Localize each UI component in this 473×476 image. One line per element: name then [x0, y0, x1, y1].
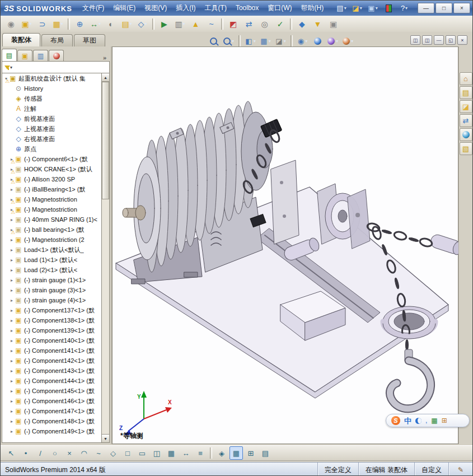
zoom-fit-button[interactable] [207, 35, 221, 47]
menu-item[interactable]: 文件(F) [78, 1, 109, 16]
trim-entities-button[interactable]: × [63, 446, 76, 460]
expander-icon[interactable]: ▸ [9, 379, 15, 384]
ime-bar[interactable]: S 中 ,▦⊞ [386, 414, 470, 427]
expander-icon[interactable]: ▸ [9, 268, 15, 273]
display-style-button[interactable]: ◪▾ [274, 35, 288, 47]
menu-item[interactable]: Toolbox [231, 1, 263, 16]
expander-icon[interactable]: ▸ [9, 399, 15, 404]
tab-propertymanager[interactable]: ▣ [17, 50, 32, 61]
expander-icon[interactable]: ▸ [9, 409, 15, 414]
expander-icon[interactable]: ▸ [9, 338, 15, 343]
save-button[interactable]: ▣▾ [365, 2, 381, 15]
tree-item[interactable]: ▸▣(-) strain gauge (1)<1> [2, 275, 101, 285]
sketch-spline-button[interactable]: ~ [92, 446, 105, 460]
fullwidth-moon-icon[interactable] [415, 418, 422, 424]
sogou-logo-icon[interactable]: S [391, 416, 400, 425]
sketch-table-button[interactable]: ▤ [259, 446, 272, 460]
filter-dropdown-icon[interactable]: ▾ [10, 65, 12, 70]
scroll-down-arrow[interactable]: ▼ [102, 434, 109, 442]
tab-dimxpertmanager[interactable] [49, 50, 64, 61]
tree-item[interactable]: ▸▣(-) Component142<1> (默 [2, 356, 101, 366]
tree-item[interactable]: ▸▣(-) Component141<1> (默 [2, 346, 101, 356]
expander-icon[interactable]: ▸ [9, 248, 15, 253]
expander-icon[interactable]: ▸ [9, 328, 15, 333]
menu-item[interactable]: 视图(V) [140, 1, 171, 16]
panel-tabs-overflow[interactable]: » [100, 54, 110, 61]
model-canvas[interactable]: Y X Z [113, 47, 460, 446]
zoom-area-button[interactable]: ▾ [222, 35, 236, 47]
new-document-button[interactable]: ▤▾ [334, 2, 349, 15]
expander-icon[interactable]: ▸ [9, 187, 15, 192]
tree-item[interactable]: ▸▣(-) Component146<1> (默 [2, 396, 101, 406]
tree-item[interactable]: ▸▣Load (2)<1> (默认< [2, 265, 101, 275]
close-button[interactable]: × [453, 3, 470, 13]
edit-component-button[interactable]: ◉ [3, 17, 18, 31]
expander-icon[interactable]: ▸ [9, 429, 15, 434]
tree-item[interactable]: ⊕原点 [2, 144, 101, 154]
custom-properties-button[interactable]: ▧ [460, 142, 472, 155]
grid-snap-button[interactable]: ⊞ [244, 446, 257, 460]
view-settings-button[interactable]: ▾ [341, 35, 355, 47]
sketch-slot-button[interactable]: ▭ [135, 446, 149, 460]
expander-icon[interactable]: ▸ [9, 308, 15, 313]
tree-item[interactable]: ▸▣(-) 40mm SNAP RING (1)< [2, 214, 101, 225]
tree-scrollbar[interactable]: ▲ ▼ [101, 73, 110, 443]
expander-icon[interactable]: ▸ [9, 288, 15, 293]
expander-icon[interactable]: ▸ [9, 258, 15, 263]
sketch-circle-button[interactable]: ○ [48, 446, 62, 460]
tree-item[interactable]: ▸▣(-) Component148<1> (默 [2, 416, 101, 426]
punctuation-icon[interactable]: , [425, 417, 427, 424]
doc-close-button[interactable]: × [457, 35, 467, 45]
tree-item[interactable]: ◇前视基准面 [2, 114, 101, 124]
offset-entities-button[interactable]: ≡ [194, 446, 207, 460]
solidworks-resources-button[interactable]: ⌂ [460, 72, 472, 85]
open-button[interactable]: ◪▾ [349, 2, 365, 15]
tree-item[interactable]: ▸▣⚠HOOK CRANE<1> (默认 [2, 164, 101, 174]
minimize-button[interactable]: — [418, 3, 434, 13]
menu-item[interactable]: 编辑(E) [109, 1, 140, 16]
bill-of-materials-button[interactable]: ▥▾ [172, 17, 188, 31]
expander-icon[interactable]: ▸ [9, 389, 15, 394]
convert-entities-button[interactable]: ◈ [215, 446, 228, 460]
doc-cascade-icon[interactable]: ◫ [410, 35, 420, 45]
tree-item[interactable]: ▸▣(-) Component147<1> (默 [2, 406, 101, 416]
assembly-features-button[interactable]: ▤▾ [119, 17, 134, 31]
section-view-button[interactable]: ◧▾ [243, 35, 257, 47]
edit-appearance-button[interactable] [311, 35, 325, 47]
ime-toolbox-icon[interactable]: ⊞ [442, 417, 447, 424]
model-pulley[interactable] [317, 184, 370, 249]
rebuild-button[interactable] [381, 2, 396, 15]
select-tool-button[interactable]: ↖ [4, 446, 18, 460]
sketch-point-button[interactable]: • [19, 446, 32, 460]
tree-item[interactable]: ◇右视基准面 [2, 134, 101, 144]
graphics-viewport[interactable]: Y X Z *等轴测 [112, 46, 458, 444]
clearance-verification-button[interactable]: ⇄ [241, 17, 256, 31]
doc-minimize-button[interactable]: — [434, 35, 444, 45]
mirror-entities-button[interactable]: ◫ [150, 446, 163, 460]
design-library-button[interactable]: ▤ [460, 86, 472, 99]
filter-box[interactable]: ▾ [2, 61, 110, 73]
interference-detection-button[interactable]: ◩ [226, 17, 241, 31]
filter-input[interactable] [13, 63, 107, 72]
sketch-rectangle-button[interactable]: □ [121, 446, 134, 460]
expander-icon[interactable]: ▸ [9, 318, 15, 323]
expander-icon[interactable]: ▸ [9, 217, 15, 222]
tree-item[interactable]: ▾▣⚠起重机绞盘设计 (默认 集 [2, 73, 101, 83]
tree-item[interactable]: ▸▣(-) Component145<1> (默 [2, 386, 101, 396]
tree-item[interactable]: ▸▣⚠(-) ball bearing<1> (默 [2, 225, 101, 235]
tree-item[interactable]: ▸▣(-) Component138<1> (默 [2, 315, 101, 325]
apply-scene-button[interactable]: ▾ [326, 35, 340, 47]
expander-icon[interactable]: ▸ [9, 348, 15, 353]
tree-item[interactable]: ▸▣(-) iBallBearing<1> (默 [2, 184, 101, 194]
insert-components-button[interactable]: ▣▾ [19, 17, 34, 31]
tree-item[interactable]: ◈传感器 [2, 94, 101, 104]
explode-line-sketch-button[interactable]: ~ [204, 17, 219, 31]
shaded-sketch-contours-button[interactable]: ▦ [230, 446, 243, 460]
model-support-plate[interactable] [271, 160, 299, 244]
hide-show-items-button[interactable]: ◉▾ [296, 35, 310, 47]
tree-item[interactable]: ▸▣⚠(-) Magnetostriction [2, 204, 101, 214]
linear-component-pattern-button[interactable]: ▦▾ [50, 17, 65, 31]
tree-item[interactable]: ▸▣Load (1)<1> (默认< [2, 255, 101, 265]
view-orientation-button[interactable]: ▦▾ [259, 35, 273, 47]
model-right-cylinder[interactable] [429, 233, 460, 256]
